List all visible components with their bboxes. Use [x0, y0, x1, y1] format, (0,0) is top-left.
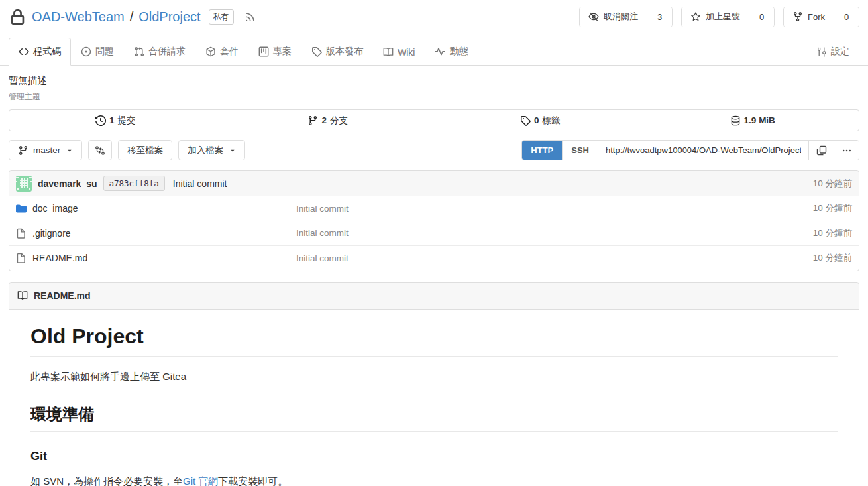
tab-code[interactable]: 程式碼	[9, 38, 71, 66]
more-options-button[interactable]	[834, 141, 859, 160]
tab-releases[interactable]: 版本發布	[301, 38, 373, 66]
branch-name: master	[33, 145, 60, 155]
file-list-box: davemark_su a783cff8fa Initial commit 10…	[9, 170, 859, 271]
star-icon	[690, 11, 701, 22]
tab-packages-label: 套件	[220, 46, 239, 58]
star-label-seg[interactable]: 加上星號	[682, 7, 749, 27]
branches-count: 2	[321, 115, 327, 125]
latest-commit-row: davemark_su a783cff8fa Initial commit 10…	[9, 171, 859, 196]
code-toolbar: master 移至檔案 加入檔案 HTTP SSH	[9, 140, 859, 160]
commit-time: 10 分鐘前	[813, 178, 852, 190]
commit-author[interactable]: davemark_su	[38, 178, 97, 189]
readme-panel: README.md Old Project 此專案示範如何將手邊上傳至 Gite…	[9, 282, 859, 486]
tag-icon	[520, 115, 531, 126]
chevron-down-icon	[66, 147, 73, 154]
pull-request-icon	[134, 46, 144, 57]
repo-owner-link[interactable]: OAD-WebTeam	[32, 9, 125, 25]
folder-icon	[16, 203, 27, 213]
http-toggle[interactable]: HTTP	[522, 141, 562, 160]
fork-label-seg[interactable]: Fork	[784, 7, 834, 27]
tab-pull-requests-label: 合併請求	[148, 46, 186, 58]
file-link[interactable]: .gitignore	[32, 228, 71, 239]
tab-settings[interactable]: 設定	[806, 38, 859, 66]
file-icon	[16, 253, 27, 263]
goto-file-button[interactable]: 移至檔案	[118, 140, 172, 160]
unwatch-label-seg[interactable]: 取消關注	[580, 7, 647, 27]
clone-url-input[interactable]	[598, 141, 808, 160]
avatar[interactable]	[16, 176, 32, 192]
book-icon	[383, 47, 394, 58]
copy-icon	[816, 145, 827, 156]
copy-url-button[interactable]	[808, 141, 834, 160]
git-text-before: 如 SVN，為操作指令必要安裝，至	[30, 475, 183, 486]
commits-count: 1	[109, 115, 115, 125]
tab-releases-label: 版本發布	[326, 46, 363, 58]
project-icon	[258, 46, 269, 57]
git-text-after: 下載安裝即可。	[218, 475, 288, 486]
commit-sha-badge[interactable]: a783cff8fa	[103, 176, 165, 191]
lock-icon	[9, 8, 27, 26]
readme-header: README.md	[9, 283, 859, 310]
tab-issues[interactable]: 問題	[71, 38, 124, 66]
readme-subsection-heading: Git	[30, 450, 838, 463]
git-website-link[interactable]: Git 官網	[183, 475, 218, 486]
readme-title: Old Project	[30, 323, 838, 357]
tab-code-label: 程式碼	[33, 46, 61, 58]
fork-label: Fork	[808, 12, 825, 22]
compare-button[interactable]	[88, 140, 112, 160]
tab-activity[interactable]: 動態	[425, 38, 478, 66]
star-label: 加上星號	[706, 11, 740, 23]
clone-panel: HTTP SSH	[521, 140, 859, 160]
issue-icon	[81, 46, 91, 57]
forks-count[interactable]: 0	[834, 7, 859, 27]
stars-count[interactable]: 0	[749, 7, 774, 27]
repo-actions: 取消關注 3 加上星號 0 Fork 0	[579, 7, 859, 27]
file-commit-message[interactable]: Initial commit	[296, 228, 813, 238]
ssh-toggle[interactable]: SSH	[562, 141, 598, 160]
code-icon	[19, 46, 29, 57]
compare-icon	[95, 145, 105, 156]
fork-button[interactable]: Fork 0	[783, 7, 859, 27]
book-icon	[17, 290, 28, 301]
file-link[interactable]: README.md	[32, 253, 87, 263]
manage-topics-link[interactable]: 管理主題	[9, 91, 40, 103]
repo-name-link[interactable]: OldProject	[138, 9, 200, 25]
tag-icon	[311, 46, 322, 57]
history-icon	[95, 115, 106, 126]
file-commit-message[interactable]: Initial commit	[296, 253, 813, 263]
repo-description: 暫無描述 管理主題	[9, 74, 859, 103]
unwatch-button[interactable]: 取消關注 3	[579, 7, 673, 27]
watchers-count[interactable]: 3	[647, 7, 672, 27]
package-icon	[205, 46, 216, 57]
tab-wiki-label: Wiki	[398, 47, 415, 58]
private-badge: 私有	[209, 9, 234, 25]
tab-pull-requests[interactable]: 合併請求	[124, 38, 195, 66]
rss-icon[interactable]	[244, 11, 256, 23]
chevron-down-icon	[229, 147, 236, 154]
tab-packages[interactable]: 套件	[195, 38, 248, 66]
file-commit-message[interactable]: Initial commit	[296, 204, 813, 213]
file-commit-time: 10 分鐘前	[813, 202, 852, 214]
stat-commits[interactable]: 1 提交	[9, 110, 222, 131]
tab-settings-label: 設定	[831, 46, 849, 58]
tab-projects[interactable]: 專案	[248, 38, 301, 66]
branch-icon	[307, 115, 318, 126]
tab-activity-label: 動態	[449, 46, 468, 58]
stat-branches[interactable]: 2 分支	[222, 110, 435, 131]
file-link[interactable]: doc_image	[32, 203, 78, 213]
stat-tags[interactable]: 0 標籤	[434, 110, 647, 131]
repo-title: OAD-WebTeam / OldProject 私有	[9, 8, 256, 26]
stat-repo-size: 1.9 MiB	[647, 110, 859, 131]
file-commit-time: 10 分鐘前	[813, 227, 852, 239]
commit-message[interactable]: Initial commit	[173, 178, 227, 189]
add-file-button[interactable]: 加入檔案	[178, 140, 245, 160]
readme-intro: 此專案示範如何將手邊上傳至 Gitea	[30, 371, 838, 383]
branch-selector[interactable]: master	[9, 140, 82, 160]
tab-wiki[interactable]: Wiki	[373, 39, 425, 66]
tab-projects-label: 專案	[273, 46, 292, 58]
fork-icon	[792, 11, 803, 22]
unwatch-label: 取消關注	[604, 11, 638, 23]
tags-label: 標籤	[543, 115, 561, 127]
readme-section-heading: 環境準備	[30, 404, 838, 432]
star-button[interactable]: 加上星號 0	[681, 7, 775, 27]
